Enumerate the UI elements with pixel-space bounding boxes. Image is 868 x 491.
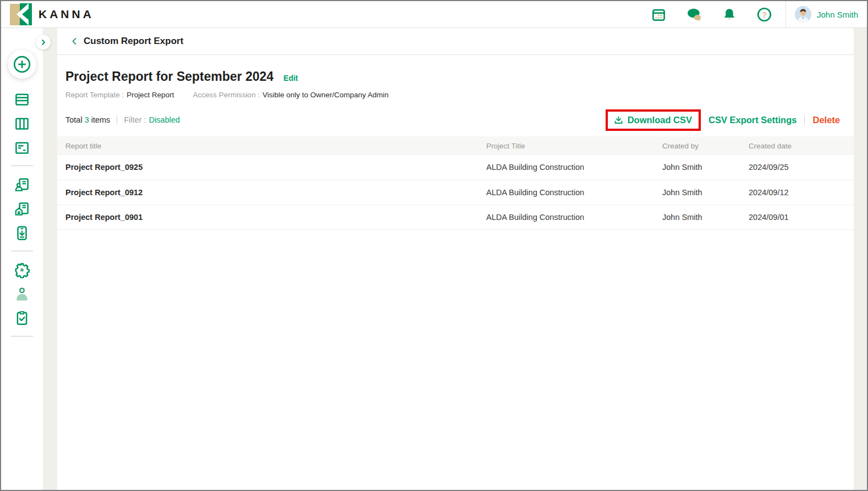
sidebar-item-report[interactable] (10, 136, 34, 160)
report-header: Project Report for September 2024 Edit R… (57, 55, 854, 99)
csv-export-settings-button[interactable]: CSV Export Settings (708, 115, 796, 125)
brand-name: KANNA (39, 8, 94, 21)
filter-value[interactable]: Disabled (149, 115, 180, 124)
sidebar-group-main (10, 87, 34, 160)
create-button[interactable] (8, 50, 36, 79)
download-csv-button[interactable]: Download CSV (613, 115, 692, 125)
total-count: 3 (85, 115, 89, 124)
toolbar-divider (117, 115, 117, 124)
body-wrap: Custom Report Export Project Report for … (1, 28, 867, 490)
sidebar (1, 28, 43, 490)
kanna-logo-icon (10, 3, 32, 25)
cell-created-date: 2024/09/12 (749, 180, 854, 205)
delete-label: Delete (812, 115, 840, 125)
cell-created-date: 2024/09/01 (749, 205, 854, 229)
rows-icon (14, 91, 30, 108)
total-items: Total3items (65, 115, 110, 124)
download-icon (613, 115, 624, 125)
house-document-icon (14, 201, 30, 217)
person-icon (14, 286, 30, 302)
cell-created-by: John Smith (662, 180, 749, 205)
phone-download-icon (14, 225, 30, 241)
access-permission-label: Access Permission : (193, 91, 260, 99)
access-permission-value: Visible only to Owner/Company Admin (262, 91, 388, 99)
report-meta: Report Template :Project Report Access P… (65, 91, 840, 99)
sidebar-divider (11, 336, 33, 336)
sidebar-group-docs (10, 173, 34, 245)
cell-created-by: John Smith (662, 155, 749, 180)
app-window: KANNA (0, 0, 868, 491)
cell-created-by: John Smith (662, 205, 749, 229)
chevron-right-icon (41, 40, 46, 45)
sidebar-divider (11, 165, 33, 166)
csv-export-settings-label: CSV Export Settings (708, 115, 796, 125)
sidebar-item-company-docs[interactable] (10, 197, 34, 221)
clipboard-check-icon (14, 310, 30, 327)
toolbar-summary: Total3items Filter :Disabled (65, 115, 180, 124)
filter-status: Filter :Disabled (124, 115, 180, 124)
cell-project-title: ALDA Building Construction (486, 155, 662, 180)
edit-link[interactable]: Edit (283, 74, 298, 82)
report-title: Project Report for September 2024 (65, 69, 273, 84)
access-permission-meta: Access Permission :Visible only to Owner… (193, 91, 389, 99)
svg-text:?: ? (762, 10, 767, 19)
sidebar-item-profile[interactable] (10, 282, 34, 306)
cell-report-title[interactable]: Project Report_0912 (57, 180, 486, 205)
topbar: KANNA (1, 1, 867, 28)
sidebar-gap-strip (43, 28, 57, 490)
cell-report-title[interactable]: Project Report_0925 (57, 155, 486, 180)
report-template-label: Report Template : (65, 91, 124, 99)
cell-project-title: ALDA Building Construction (486, 205, 662, 229)
sidebar-item-client-docs[interactable] (10, 173, 34, 197)
avatar (795, 6, 811, 23)
filter-label: Filter : (124, 115, 146, 124)
back-button[interactable] (71, 37, 77, 45)
table-row[interactable]: Project Report_0901 ALDA Building Constr… (57, 205, 854, 229)
gear-icon (14, 262, 30, 278)
column-header-created-date: Created date (749, 136, 854, 155)
chat-icon[interactable] (686, 7, 702, 22)
table-header-row: Report title Project Title Created by Cr… (57, 136, 854, 155)
person-document-icon (14, 176, 30, 193)
user-name: John Smith (817, 10, 858, 19)
plus-circle-icon (12, 54, 32, 74)
delete-button[interactable]: Delete (812, 115, 840, 125)
download-csv-highlight-box: Download CSV (606, 109, 701, 131)
breadcrumb: Custom Report Export (57, 28, 854, 55)
chevron-left-icon (71, 37, 77, 45)
sidebar-item-tasks[interactable] (10, 306, 34, 330)
topbar-divider (785, 1, 786, 28)
toolbar-divider (804, 115, 805, 124)
right-gap-strip (854, 28, 867, 490)
column-header-created-by: Created by (662, 136, 749, 155)
table-row[interactable]: Project Report_0925 ALDA Building Constr… (57, 155, 854, 180)
page-title: Custom Report Export (84, 36, 183, 47)
user-menu[interactable]: John Smith (795, 6, 858, 23)
sidebar-item-list[interactable] (10, 87, 34, 112)
table-row[interactable]: Project Report_0912 ALDA Building Constr… (57, 180, 854, 205)
sidebar-toggle-button[interactable] (36, 35, 51, 49)
reports-table: Report title Project Title Created by Cr… (57, 136, 854, 230)
toolbar-actions: Download CSV CSV Export Settings Delete (606, 109, 840, 131)
sidebar-item-board[interactable] (10, 112, 34, 136)
sidebar-group-settings (10, 258, 34, 330)
toolbar: Total3items Filter :Disabled (57, 107, 854, 133)
main-content: Custom Report Export Project Report for … (57, 28, 854, 490)
download-csv-label: Download CSV (628, 115, 692, 125)
report-template-meta: Report Template :Project Report (65, 91, 174, 99)
report-template-value: Project Report (127, 91, 174, 99)
help-icon[interactable]: ? (757, 7, 772, 22)
cell-created-date: 2024/09/25 (749, 155, 854, 180)
column-header-project-title: Project Title (486, 136, 662, 155)
sidebar-item-settings[interactable] (10, 258, 34, 282)
bell-icon[interactable] (722, 7, 737, 22)
sidebar-divider (11, 251, 33, 251)
topbar-icons: ? (651, 7, 772, 22)
brand[interactable]: KANNA (10, 3, 94, 25)
sidebar-item-mobile-download[interactable] (10, 221, 34, 245)
calendar-icon[interactable] (651, 7, 667, 22)
cell-report-title[interactable]: Project Report_0901 (57, 205, 486, 229)
form-icon (14, 140, 30, 156)
total-label: Total (65, 115, 83, 124)
cell-project-title: ALDA Building Construction (486, 180, 662, 205)
